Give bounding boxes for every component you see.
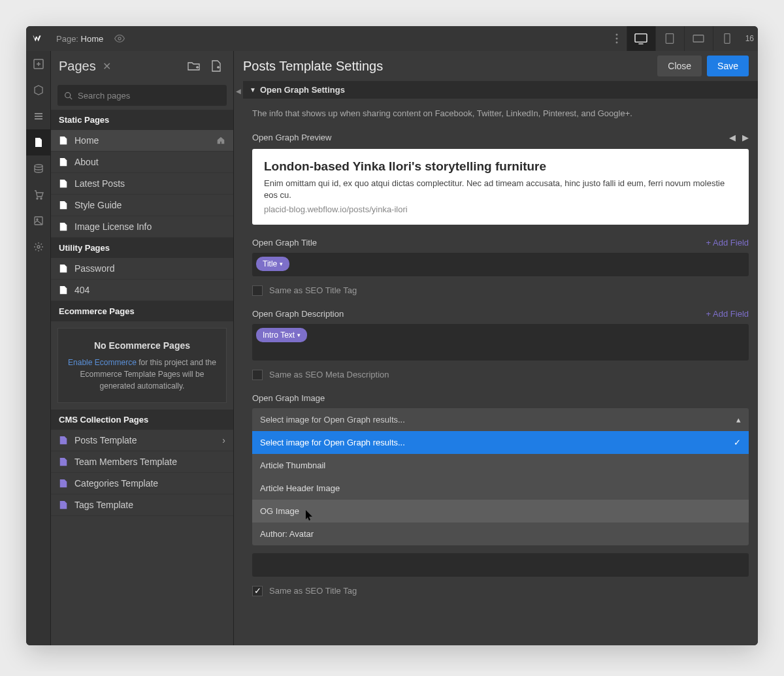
page-label: Style Guide <box>74 200 122 210</box>
utility-pages-header: Utility Pages <box>51 238 233 258</box>
same-as-seo-desc-label: Same as SEO Meta Description <box>269 370 389 379</box>
og-desc-label: Open Graph Description <box>252 309 344 319</box>
dropdown-item-thumbnail[interactable]: Article Thumbnail <box>252 454 749 477</box>
page-label: Home <box>74 135 99 146</box>
add-field-title[interactable]: + Add Field <box>706 238 749 248</box>
same-as-seo-title-row[interactable]: Same as SEO Title Tag <box>243 283 758 305</box>
cms-page-icon <box>59 500 68 509</box>
page-label: Latest Posts <box>74 178 125 189</box>
body: Pages ✕ Search pages Static Pages Home A… <box>26 51 758 645</box>
page-label: Tags Template <box>74 500 133 510</box>
og-preview-label-row: Open Graph Preview ◀ ▶ <box>243 129 758 146</box>
preview-prev-icon[interactable]: ◀ <box>729 133 736 142</box>
preview-icon[interactable] <box>110 33 129 44</box>
svg-rect-9 <box>35 113 42 114</box>
navigator-icon[interactable] <box>26 103 51 129</box>
svg-point-3 <box>615 42 617 44</box>
pages-icon[interactable] <box>26 129 51 155</box>
ecommerce-empty-title: No Ecommerce Pages <box>66 339 218 353</box>
dropdown-item-og-image[interactable]: OG Image <box>252 500 749 523</box>
og-title-input[interactable]: Title▾ <box>252 253 749 276</box>
og-desc-label-row: Open Graph Description + Add Field <box>243 305 758 323</box>
og-section-header[interactable]: ▼ Open Graph Settings <box>243 81 758 99</box>
svg-point-17 <box>37 246 40 248</box>
app-window: Page: Home 16 <box>26 26 758 645</box>
search-input[interactable]: Search pages <box>57 85 227 106</box>
pages-title: Pages <box>59 59 96 74</box>
page-item-style-guide[interactable]: Style Guide <box>51 195 233 216</box>
close-panel-icon[interactable]: ✕ <box>103 60 111 72</box>
search-icon <box>64 91 73 100</box>
home-icon <box>216 136 225 145</box>
svg-point-16 <box>37 219 38 220</box>
title-pill[interactable]: Title▾ <box>256 257 289 271</box>
assets-icon[interactable] <box>26 208 51 234</box>
og-image-select[interactable]: Select image for Open Graph results... ▴ <box>252 408 749 431</box>
device-desktop-button[interactable] <box>627 26 655 51</box>
preview-url: placid-blog.webflow.io/posts/yinka-ilori <box>264 204 737 214</box>
page-label: Posts Template <box>74 435 137 445</box>
more-menu-icon[interactable] <box>607 33 627 44</box>
page-item-categories-template[interactable]: Categories Template <box>51 473 233 494</box>
device-mobile-button[interactable] <box>713 26 742 51</box>
ecommerce-icon[interactable] <box>26 182 51 208</box>
og-title-label-row: Open Graph Title + Add Field <box>243 234 758 251</box>
empty-input[interactable] <box>252 553 749 577</box>
page-item-team-template[interactable]: Team Members Template <box>51 451 233 473</box>
collapse-arrow-icon[interactable]: ◀ <box>234 81 243 605</box>
device-tablet-button[interactable] <box>655 26 684 51</box>
pages-panel-header: Pages ✕ <box>51 51 233 81</box>
page-item-home[interactable]: Home <box>51 130 233 152</box>
page-label: 404 <box>74 285 90 295</box>
page-item-posts-template[interactable]: Posts Template › <box>51 430 233 451</box>
checkbox-checked[interactable]: ✓ <box>252 586 263 596</box>
og-preview-label: Open Graph Preview <box>252 133 331 142</box>
settings-header: Posts Template Settings Close Save <box>234 51 758 81</box>
page-breadcrumb[interactable]: Page: Home <box>50 34 110 44</box>
page-item-404[interactable]: 404 <box>51 280 233 301</box>
enable-ecommerce-link[interactable]: Enable Ecommerce <box>68 358 137 367</box>
page-item-tags-template[interactable]: Tags Template <box>51 494 233 516</box>
add-element-icon[interactable] <box>26 51 51 77</box>
svg-rect-6 <box>693 35 704 42</box>
page-item-latest-posts[interactable]: Latest Posts <box>51 173 233 195</box>
cms-page-icon <box>59 436 68 445</box>
chevron-down-icon: ▾ <box>280 261 283 267</box>
preview-next-icon[interactable]: ▶ <box>742 133 749 142</box>
page-item-about[interactable]: About <box>51 152 233 173</box>
page-icon <box>59 201 68 210</box>
settings-icon[interactable] <box>26 234 51 260</box>
page-name: Home <box>81 34 104 44</box>
svg-rect-5 <box>666 34 673 44</box>
page-icon <box>59 157 68 167</box>
search-placeholder: Search pages <box>78 91 130 101</box>
og-desc-input[interactable]: Intro Text▾ <box>252 324 749 361</box>
settings-scroll[interactable]: The info that shows up when sharing cont… <box>243 99 758 605</box>
checkbox-unchecked[interactable] <box>252 370 263 380</box>
new-page-icon[interactable] <box>207 57 225 75</box>
dropdown-item-placeholder[interactable]: Select image for Open Graph results... ✓ <box>252 431 749 454</box>
save-button[interactable]: Save <box>707 56 749 76</box>
new-folder-icon[interactable] <box>185 57 203 75</box>
page-icon <box>59 264 68 273</box>
same-as-seo-title-row-2[interactable]: ✓ Same as SEO Title Tag <box>243 583 758 605</box>
add-field-desc[interactable]: + Add Field <box>706 309 749 319</box>
checkbox-unchecked[interactable] <box>252 285 263 296</box>
close-button[interactable]: Close <box>657 56 702 76</box>
dropdown-item-header-image[interactable]: Article Header Image <box>252 477 749 500</box>
page-item-image-license[interactable]: Image License Info <box>51 216 233 238</box>
intro-text-pill[interactable]: Intro Text▾ <box>256 328 307 342</box>
same-as-seo-desc-row[interactable]: Same as SEO Meta Description <box>243 367 758 389</box>
og-image-label: Open Graph Image <box>252 393 325 403</box>
svg-rect-7 <box>725 34 730 44</box>
svg-point-13 <box>37 198 38 199</box>
og-section-title: Open Graph Settings <box>260 85 345 95</box>
cms-icon[interactable] <box>26 155 51 182</box>
logo-icon[interactable] <box>26 26 50 51</box>
page-item-password[interactable]: Password <box>51 258 233 280</box>
dropdown-item-avatar[interactable]: Author: Avatar <box>252 523 749 545</box>
symbols-icon[interactable] <box>26 77 51 103</box>
select-placeholder: Select image for Open Graph results... <box>260 415 405 425</box>
device-tablet-landscape-button[interactable] <box>684 26 713 51</box>
page-label: Team Members Template <box>74 457 177 467</box>
